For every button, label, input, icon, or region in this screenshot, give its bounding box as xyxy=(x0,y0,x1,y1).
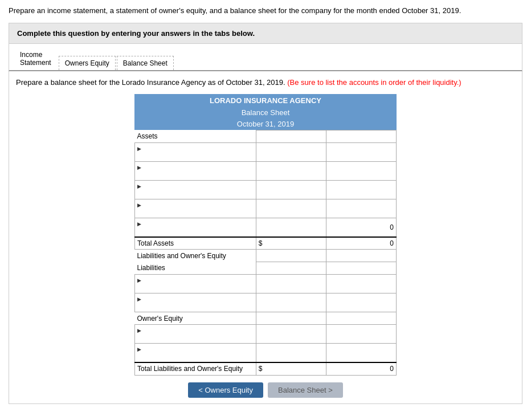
asset-row-1 xyxy=(135,142,397,161)
asset-3-mid[interactable] xyxy=(256,180,326,199)
asset-row-3 xyxy=(135,180,397,199)
assets-right-empty xyxy=(326,130,396,142)
asset-2-label[interactable] xyxy=(135,161,256,180)
bs-date: October 31, 2019 xyxy=(134,118,397,130)
asset-4-mid-input[interactable] xyxy=(259,205,324,213)
prev-button[interactable]: < Owners Equity xyxy=(188,382,263,398)
equity-1-mid-input[interactable] xyxy=(259,330,324,338)
tab-balance-sheet[interactable]: Balance Sheet xyxy=(117,56,174,70)
asset-3-label-input[interactable] xyxy=(137,190,254,198)
equity-2-label[interactable] xyxy=(135,344,256,363)
balance-sheet-container: LORADO INSURANCE AGENCY Balance Sheet Oc… xyxy=(134,94,397,376)
liab-2-right-input[interactable] xyxy=(329,299,394,307)
total-assets-value: 0 xyxy=(326,237,396,250)
company-name: LORADO INSURANCE AGENCY xyxy=(134,94,397,107)
nav-buttons: < Owners Equity Balance Sheet > xyxy=(16,382,515,398)
total-assets-row: Total Assets $ 0 xyxy=(135,237,397,250)
owners-equity-label: Owner's Equity xyxy=(135,312,256,325)
asset-1-label[interactable] xyxy=(135,142,256,161)
asset-row-5: 0 xyxy=(135,218,397,237)
liab-2-mid-input[interactable] xyxy=(259,299,324,307)
equity-2-mid[interactable] xyxy=(256,344,326,363)
next-button[interactable]: Balance Sheet > xyxy=(268,382,343,398)
asset-4-label-input[interactable] xyxy=(137,209,254,217)
liab-2-mid[interactable] xyxy=(256,293,326,312)
asset-2-right-input[interactable] xyxy=(329,167,394,175)
liab-1-right-input[interactable] xyxy=(329,280,394,288)
instruction-text: Prepare a balance sheet for the Lorado I… xyxy=(16,77,515,88)
liab-1-label-input[interactable] xyxy=(137,284,254,292)
liab-1-label[interactable] xyxy=(135,275,256,293)
asset-2-right[interactable] xyxy=(326,161,396,180)
asset-1-right-input[interactable] xyxy=(329,148,394,156)
asset-3-mid-input[interactable] xyxy=(259,186,324,194)
asset-2-label-input[interactable] xyxy=(137,171,254,179)
asset-4-right[interactable] xyxy=(326,199,396,218)
asset-1-label-input[interactable] xyxy=(137,152,254,160)
asset-3-right-input[interactable] xyxy=(329,186,394,194)
liab-row-2 xyxy=(135,293,397,312)
equity-row-1 xyxy=(135,325,397,344)
content-area: Prepare a balance sheet for the Lorado I… xyxy=(9,71,522,404)
asset-1-right[interactable] xyxy=(326,142,396,161)
asset-row-4 xyxy=(135,199,397,218)
equity-row-2 xyxy=(135,344,397,363)
liab-2-label[interactable] xyxy=(135,293,256,312)
total-liab-equity-value: 0 xyxy=(326,362,396,375)
asset-1-mid-input[interactable] xyxy=(259,148,324,156)
equity-1-label-input[interactable] xyxy=(137,334,254,342)
liab-equity-label: Liabilities and Owner's Equity xyxy=(135,250,256,262)
total-assets-label: Total Assets xyxy=(135,237,256,250)
asset-2-mid-input[interactable] xyxy=(259,167,324,175)
liabilities-label: Liabilities xyxy=(135,262,256,275)
asset-5-label-input[interactable] xyxy=(137,227,254,235)
equity-2-label-input[interactable] xyxy=(137,353,254,361)
total-liab-equity-dollar: $ xyxy=(256,362,326,375)
liab-1-mid[interactable] xyxy=(256,275,326,293)
complete-box: Complete this question by entering your … xyxy=(9,23,522,44)
total-liab-equity-row: Total Liabilities and Owner's Equity $ 0 xyxy=(135,362,397,375)
liab-1-right[interactable] xyxy=(326,275,396,293)
equity-1-right-input[interactable] xyxy=(329,330,394,338)
asset-5-right: 0 xyxy=(326,218,396,237)
total-liab-equity-label: Total Liabilities and Owner's Equity xyxy=(135,362,256,375)
assets-label-row: Assets xyxy=(135,130,397,142)
liab-equity-label-row: Liabilities and Owner's Equity xyxy=(135,250,397,262)
equity-2-right-input[interactable] xyxy=(329,349,394,357)
asset-5-label[interactable] xyxy=(135,218,256,237)
total-assets-dollar: $ xyxy=(256,237,326,250)
liabilities-label-row: Liabilities xyxy=(135,262,397,275)
asset-4-label[interactable] xyxy=(135,199,256,218)
equity-2-mid-input[interactable] xyxy=(259,349,324,357)
liab-row-1 xyxy=(135,275,397,293)
liab-2-right[interactable] xyxy=(326,293,396,312)
asset-5-mid-input[interactable] xyxy=(259,223,324,231)
tabs-row: Income Statement Owners Equity Balance S… xyxy=(9,44,522,71)
asset-3-label[interactable] xyxy=(135,180,256,199)
liab-1-mid-input[interactable] xyxy=(259,280,324,288)
bs-title: Balance Sheet xyxy=(134,107,397,118)
asset-4-right-input[interactable] xyxy=(329,205,394,213)
instruction-red: (Be sure to list the accounts in order o… xyxy=(287,78,461,87)
asset-row-2 xyxy=(135,161,397,180)
equity-1-label[interactable] xyxy=(135,325,256,344)
equity-2-right[interactable] xyxy=(326,344,396,363)
tab-owners-equity[interactable]: Owners Equity xyxy=(59,56,116,70)
asset-3-right[interactable] xyxy=(326,180,396,199)
balance-sheet-table: Assets xyxy=(134,130,397,376)
assets-label: Assets xyxy=(135,130,256,142)
tab-income-statement[interactable]: Income Statement xyxy=(14,47,58,70)
asset-5-mid[interactable] xyxy=(256,218,326,237)
asset-4-mid[interactable] xyxy=(256,199,326,218)
assets-mid-empty xyxy=(256,130,326,142)
equity-1-right[interactable] xyxy=(326,325,396,344)
equity-1-mid[interactable] xyxy=(256,325,326,344)
owners-equity-label-row: Owner's Equity xyxy=(135,312,397,325)
asset-1-mid[interactable] xyxy=(256,142,326,161)
intro-text: Prepare an income statement, a statement… xyxy=(9,6,522,16)
asset-2-mid[interactable] xyxy=(256,161,326,180)
liab-2-label-input[interactable] xyxy=(137,303,254,311)
